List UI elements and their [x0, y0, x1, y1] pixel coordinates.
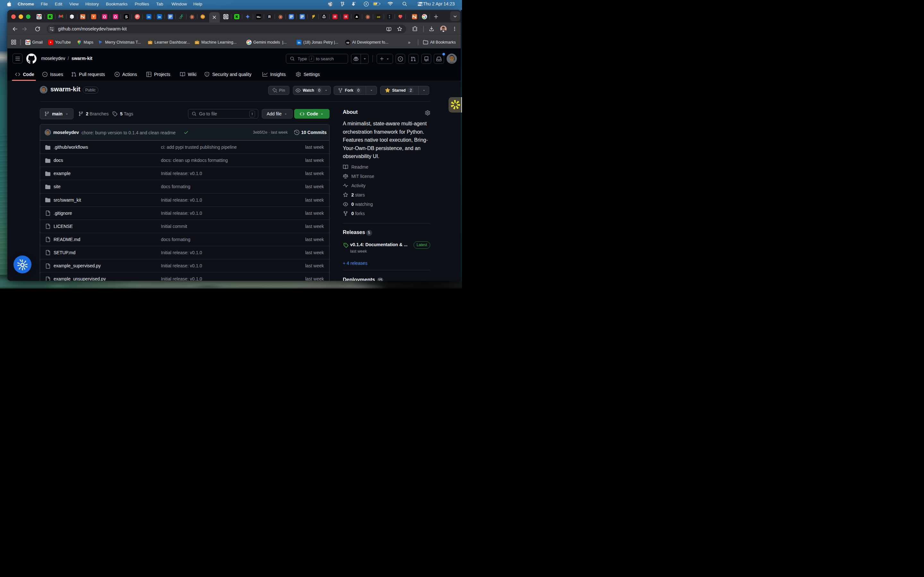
svg-text:up: up: [346, 41, 349, 44]
svg-text:in: in: [158, 15, 161, 19]
svg-text:</>: </>: [201, 16, 204, 18]
svg-text:mt: mt: [377, 15, 381, 19]
svg-text:P: P: [136, 15, 138, 19]
svg-text:O: O: [114, 15, 117, 19]
svg-text:in: in: [297, 41, 300, 44]
svg-text:S: S: [125, 15, 128, 19]
svg-text:100+: 100+: [37, 17, 41, 19]
svg-text:H: H: [334, 15, 336, 19]
svg-text:H: H: [344, 15, 347, 19]
svg-text:Y: Y: [92, 15, 95, 19]
svg-text:Me: Me: [257, 15, 261, 18]
svg-text:100+: 100+: [26, 42, 29, 44]
svg-text:in: in: [147, 15, 150, 19]
svg-text:R: R: [268, 15, 271, 19]
svg-text:O: O: [103, 15, 106, 19]
